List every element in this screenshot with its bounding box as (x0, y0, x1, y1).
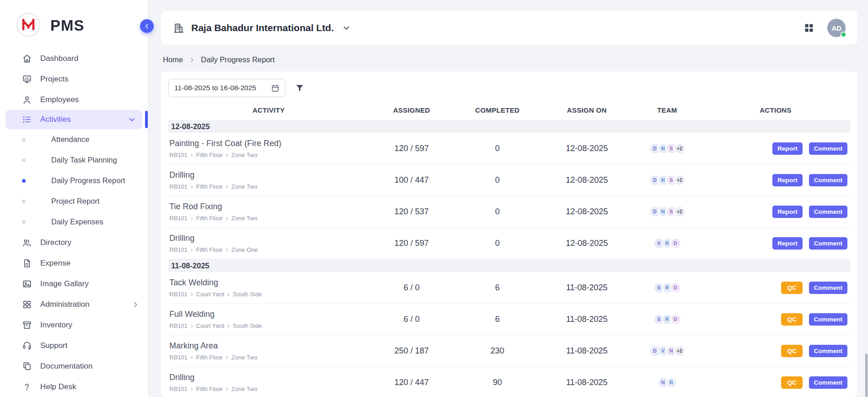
assign-on-date: 11-08-2025 (540, 315, 633, 324)
chevron-right-icon: › (191, 215, 193, 221)
activity-name: Tie Rod Fixing (169, 202, 369, 212)
bullet-icon (22, 200, 26, 203)
chevron-right-icon: › (191, 322, 193, 329)
sidebar-item-support[interactable]: Support (0, 335, 148, 356)
sidebar-subitem-project-report[interactable]: Project Report (0, 191, 148, 212)
comment-button[interactable]: Comment (809, 376, 847, 389)
expense-icon (22, 258, 32, 268)
comment-button[interactable]: Comment (809, 282, 847, 294)
comment-button[interactable]: Comment (809, 206, 847, 218)
activity-row: Full WeldingRB101›Court Yard›South Side6… (168, 304, 850, 335)
breadcrumb-home[interactable]: Home (163, 55, 183, 64)
team-avatars: DNS+2 (633, 143, 701, 154)
helpdesk-icon (22, 382, 32, 392)
chevron-down-icon (342, 23, 351, 33)
comment-button[interactable]: Comment (809, 313, 847, 326)
comment-button[interactable]: Comment (809, 142, 847, 155)
location-segment: Zone Two (232, 215, 258, 222)
activity-name: Drilling (169, 170, 369, 180)
completed-value: 230 (454, 346, 540, 356)
activity-location: RB101›Court Yard›South Side (169, 322, 369, 329)
column-header-assign-on: ASSIGN ON (540, 106, 633, 114)
sidebar-item-expense[interactable]: Expense (0, 253, 148, 273)
sidebar-item-dashboard[interactable]: Dashboard (0, 48, 148, 69)
chevron-right-icon: › (191, 386, 193, 392)
chevron-right-icon: › (227, 322, 230, 329)
report-button[interactable]: Report (772, 206, 803, 218)
location-segment: Fifth Floor (196, 215, 223, 222)
location-segment: Court Yard (196, 291, 224, 298)
location-segment: RB101 (169, 322, 188, 329)
sidebar-item-help-desk[interactable]: Help Desk (0, 376, 148, 397)
chevron-right-icon: › (226, 215, 228, 221)
activity-location: RB101›Fifth Floor›Zone Two (169, 386, 369, 392)
location-segment: Fifth Floor (196, 386, 223, 392)
team-extra-count: +2 (674, 143, 685, 154)
team-avatars: NR (633, 377, 701, 388)
filter-funnel-icon[interactable] (295, 83, 305, 93)
qc-button[interactable]: QC (781, 376, 802, 389)
date-range-input[interactable]: 11-08-2025 to 16-08-2025 (168, 79, 286, 97)
location-segment: RB101 (169, 291, 188, 298)
row-actions: ReportComment (701, 237, 850, 250)
sidebar-subitem-daily-expenses[interactable]: Daily Expenses (0, 212, 148, 232)
qc-button[interactable]: QC (781, 313, 802, 326)
activity-location: RB101›Fifth Floor›Zone Two (169, 183, 369, 190)
sidebar-item-label: Projects (40, 75, 140, 84)
assigned-value: 250 / 187 (369, 346, 454, 356)
sidebar-item-inventory[interactable]: Inventory (0, 315, 148, 335)
bullet-icon (22, 158, 26, 162)
company-name: Raja Bahadur International Ltd. (191, 22, 334, 33)
sidebar-subitem-daily-task-planning[interactable]: Daily Task Planning (0, 150, 148, 170)
comment-button[interactable]: Comment (809, 345, 847, 357)
sidebar-item-label: Directory (40, 238, 140, 247)
team-avatar: D (670, 314, 681, 325)
report-button[interactable]: Report (772, 142, 803, 155)
sidebar-collapse-button[interactable] (140, 19, 154, 33)
chevron-right-icon: › (191, 152, 193, 158)
completed-value: 0 (454, 207, 540, 217)
activity-row: DrillingRB101›Fifth Floor›Zone Two120 / … (168, 367, 850, 397)
sidebar-item-administration[interactable]: Administration (0, 294, 148, 315)
row-actions: ReportComment (701, 206, 850, 218)
sidebar-item-activities[interactable]: Activities (5, 110, 142, 129)
filter-row: 11-08-2025 to 16-08-2025 (168, 79, 850, 97)
directory-icon (22, 238, 32, 248)
team-avatars: DNS+2 (633, 206, 701, 218)
comment-button[interactable]: Comment (809, 174, 847, 186)
table-header-row: ACTIVITYASSIGNEDCOMPLETEDASSIGN ONTEAMAC… (168, 100, 850, 120)
qc-button[interactable]: QC (781, 345, 802, 357)
sidebar-subitem-attendance[interactable]: Attendance (0, 129, 148, 150)
apps-grid-icon[interactable] (803, 22, 814, 33)
scrollbar-thumb[interactable] (865, 353, 868, 397)
team-extra-count: +2 (674, 345, 685, 357)
report-button[interactable]: Report (772, 237, 803, 250)
sidebar-subitem-label: Daily Expenses (51, 218, 103, 226)
activity-name: Tack Welding (169, 278, 369, 288)
comment-button[interactable]: Comment (809, 237, 847, 250)
sidebar-item-documentation[interactable]: Documentation (0, 356, 148, 376)
team-avatars: DVN+2 (633, 345, 701, 357)
sidebar-item-directory[interactable]: Directory (0, 232, 148, 253)
activity-row: Painting - First Coat (Fire Red)RB101›Fi… (168, 133, 850, 164)
user-avatar[interactable]: AD (827, 19, 846, 37)
location-segment: South Side (233, 322, 262, 329)
row-actions: ReportComment (701, 174, 850, 186)
chevron-down-icon (128, 115, 136, 124)
assigned-value: 120 / 447 (369, 378, 454, 387)
projects-icon (22, 74, 32, 84)
qc-button[interactable]: QC (781, 282, 802, 294)
sidebar-subitem-daily-progress-report[interactable]: Daily Progress Report (0, 170, 148, 191)
report-button[interactable]: Report (772, 174, 803, 186)
sidebar-item-employees[interactable]: Employees (0, 89, 148, 110)
app-name: PMS (50, 17, 85, 34)
location-segment: Fifth Floor (196, 246, 223, 253)
location-segment: RB101 (169, 246, 188, 253)
company-selector[interactable]: Raja Bahadur International Ltd. (173, 22, 351, 34)
assign-on-date: 12-08-2025 (540, 144, 633, 153)
activity-cell: DrillingRB101›Fifth Floor›Zone One (168, 234, 369, 253)
sidebar-item-image-gallary[interactable]: Image Gallary (0, 273, 148, 294)
assigned-value: 120 / 597 (369, 239, 454, 248)
sidebar-item-projects[interactable]: Projects (0, 69, 148, 89)
sidebar-item-label: Employees (40, 95, 140, 104)
